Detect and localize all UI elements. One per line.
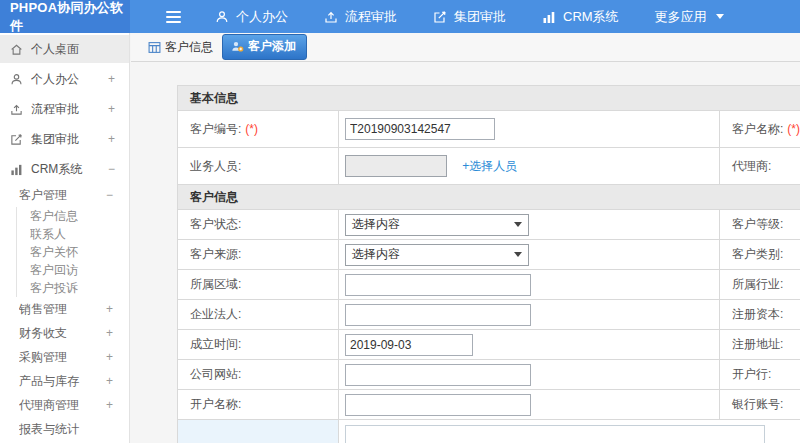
legal-person-input[interactable] [345,304,531,326]
sidebar-item-customer-followup[interactable]: 客户回访 [0,261,129,279]
field-label-customer-level: 客户等级: [732,217,783,231]
note-textarea[interactable] [345,425,765,443]
select-value: 选择内容 [352,216,400,233]
region-input[interactable] [345,274,531,296]
user-icon [10,73,24,86]
edit-icon [433,10,447,24]
field-label-industry: 所属行业: [732,277,783,291]
tab-bar: 客户信息 客户添加 [131,33,800,62]
sidebar-item-reports[interactable]: 报表与统计 [0,417,129,441]
sidebar-item-contacts[interactable]: 联系人 [0,225,129,243]
top-bar: PHPOA协同办公软件 个人办公 流程审批 集团审批 [0,0,800,33]
top-nav: 个人办公 流程审批 集团审批 CRM系统 更多应用 [215,8,724,26]
field-label-region: 所属区域: [190,277,241,291]
nav-label: 集团审批 [454,8,506,26]
field-label-bank-branch: 开户行: [732,367,771,381]
customer-source-select[interactable]: 选择内容 [345,244,529,266]
grid-icon [148,41,161,54]
customer-add-form: 基本信息 客户编号:(*) 客户名称:(*) [177,85,800,443]
app-window: PHPOA协同办公软件 个人办公 流程审批 集团审批 [0,0,800,443]
required-marker: (*) [245,122,258,136]
customer-code-input[interactable] [345,118,495,140]
field-label-account-name: 开户名称: [190,397,241,411]
home-icon [10,43,24,56]
workflow-icon [324,10,338,24]
select-value: 选择内容 [352,246,400,263]
sidebar: 个人桌面 个人办公 + 流程审批 + 集团审批 + [0,33,130,443]
nav-label: 流程审批 [345,8,397,26]
choose-staff-link[interactable]: +选择人员 [462,159,517,173]
account-name-input[interactable] [345,394,531,416]
tab-label: 客户信息 [165,39,213,56]
workflow-icon [10,103,24,116]
nav-crm-system[interactable]: CRM系统 [542,8,619,26]
field-label-customer-code: 客户编号: [190,122,241,136]
tab-customer-info[interactable]: 客户信息 [148,39,213,56]
field-label-founded-date: 成立时间: [190,337,241,351]
app-logo: PHPOA协同办公软件 [0,0,130,33]
field-label-agent: 代理商: [732,159,771,173]
staff-input[interactable] [345,155,447,177]
user-add-icon [231,40,244,53]
field-label-customer-status: 客户状态: [190,217,241,231]
sidebar-item-customer-complaint[interactable]: 客户投诉 [0,279,129,297]
website-input[interactable] [345,364,531,386]
field-label-customer-name: 客户名称: [732,122,783,136]
sidebar-item-product-inventory[interactable]: 产品与库存 + [0,369,129,393]
sidebar-item-crm-system[interactable]: CRM系统 − [0,155,129,183]
field-label-customer-source: 客户来源: [190,247,241,261]
nav-workflow-approval[interactable]: 流程审批 [324,8,397,26]
tab-label: 客户添加 [248,38,296,55]
nav-personal-office[interactable]: 个人办公 [215,8,288,26]
nav-group-approval[interactable]: 集团审批 [433,8,506,26]
sidebar-item-personal-office[interactable]: 个人办公 + [0,65,129,93]
caret-down-icon [716,14,724,19]
user-icon [215,10,229,24]
required-marker: (*) [787,122,800,136]
field-label-staff: 业务人员: [190,159,241,173]
field-label-customer-category: 客户类别: [732,247,783,261]
tab-customer-add[interactable]: 客户添加 [222,34,307,60]
edit-icon [10,133,24,146]
sidebar-item-customer-care[interactable]: 客户关怀 [0,243,129,261]
field-label-registered-capital: 注册资本: [732,307,783,321]
select-arrow-icon [514,252,522,257]
sidebar-item-purchase-mgmt[interactable]: 采购管理 + [0,345,129,369]
content-area: 基本信息 客户编号:(*) 客户名称:(*) [131,62,800,443]
sidebar-item-group-approval[interactable]: 集团审批 + [0,125,129,153]
founded-date-input[interactable] [345,334,473,356]
sidebar-item-customer-mgmt[interactable]: 客户管理 − [0,183,129,207]
nav-label: 个人办公 [236,8,288,26]
sidebar-item-agent-mgmt[interactable]: 代理商管理 + [0,393,129,417]
section-title-customer: 客户信息 [178,185,800,210]
select-arrow-icon [514,222,522,227]
sidebar-item-sales-mgmt[interactable]: 销售管理 + [0,297,129,321]
sidebar-item-finance[interactable]: 财务收支 + [0,321,129,345]
barchart-icon [10,163,24,176]
sidebar-item-personal-desktop[interactable]: 个人桌面 [0,35,129,63]
field-label-legal-person: 企业法人: [190,307,241,321]
field-label-registered-address: 注册地址: [732,337,783,351]
field-label-bank-account: 银行账号: [732,397,783,411]
nav-label: 更多应用 [655,8,707,26]
menu-icon[interactable] [166,11,181,23]
note-label-cell [178,420,339,443]
customer-status-select[interactable]: 选择内容 [345,214,529,236]
barchart-icon [542,10,556,24]
sidebar-item-customer-info[interactable]: 客户信息 [0,207,129,225]
field-label-website: 公司网站: [190,367,241,381]
main-area: 客户信息 客户添加 基本信息 客户编号:(*) [131,33,800,443]
sidebar-item-workflow-approval[interactable]: 流程审批 + [0,95,129,123]
nav-label: CRM系统 [563,8,619,26]
nav-more-apps[interactable]: 更多应用 [655,8,724,26]
section-title-basic: 基本信息 [178,86,800,111]
